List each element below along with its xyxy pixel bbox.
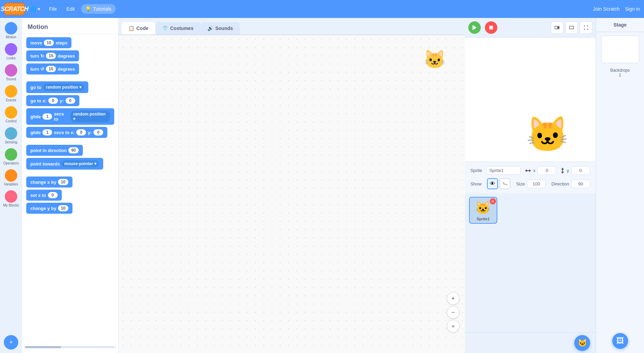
goto-xy-block[interactable]: go to x: 0 y: 0: [26, 95, 79, 106]
sidebar-item-motion[interactable]: Motion: [1, 21, 21, 40]
tab-costumes[interactable]: 👕 Costumes: [155, 22, 201, 34]
canvas-controls: + − ≡: [447, 292, 459, 332]
sidebar-item-operators[interactable]: Operators: [1, 147, 21, 167]
code-tab-icon: 📋: [128, 26, 134, 31]
add-sprite-button[interactable]: 🐱: [574, 335, 590, 351]
y-coord-input[interactable]: [571, 166, 590, 175]
lightbulb-icon: 💡: [85, 6, 91, 12]
sidebar-item-sensing[interactable]: Sensing: [1, 126, 21, 145]
events-circle: [5, 85, 17, 98]
zoom-in-button[interactable]: +: [447, 292, 459, 305]
green-flag-button[interactable]: [468, 21, 481, 34]
edit-menu[interactable]: Edit: [63, 5, 78, 13]
show-visible-button[interactable]: 👁: [487, 178, 498, 189]
sidebar-item-sound[interactable]: Sound: [1, 63, 21, 82]
point-towards-block[interactable]: point towards mouse-pointer ▾: [26, 158, 103, 170]
category-sidebar: Motion Looks Sound Events Control Sensin…: [0, 18, 22, 353]
scratch-logo[interactable]: SCRATCH: [4, 3, 25, 15]
sprite-label: Sprite: [470, 168, 482, 173]
change-x-block[interactable]: change x by 10: [26, 176, 72, 188]
stage-backdrop-preview: [601, 36, 639, 63]
show-toggle: 👁: [487, 178, 510, 189]
operators-circle: [5, 148, 17, 161]
set-x-block[interactable]: set x to 0: [26, 190, 62, 201]
control-circle: [5, 106, 17, 119]
sprite-thumbnail-sprite1[interactable]: ✕ 🐱 Sprite1: [469, 197, 497, 224]
events-label: Events: [6, 98, 17, 102]
tab-code[interactable]: 📋 Code: [121, 22, 155, 34]
stage-sprite-cat: 🐱: [526, 114, 569, 155]
sounds-tab-icon: 🔊: [207, 26, 213, 31]
sprite-thumb-name: Sprite1: [472, 217, 495, 221]
svg-rect-3: [557, 27, 559, 28]
stage-canvas: 🐱: [465, 38, 596, 162]
looks-circle: [5, 43, 17, 56]
add-extension-button[interactable]: +: [4, 335, 18, 350]
looks-label: Looks: [7, 56, 16, 60]
stage-top-controls: [465, 18, 596, 38]
size-section: Size: [516, 180, 546, 188]
stage-right-panel: Stage Backdrops 1 🖼: [596, 18, 644, 353]
x-label: x: [533, 168, 536, 173]
direction-label: Direction: [552, 181, 569, 186]
fullscreen-button[interactable]: [580, 21, 592, 34]
turn-ccw-block[interactable]: turn ↺ 15 degrees: [26, 63, 79, 74]
top-navbar: SCRATCH 🌐 ▾ File Edit 💡 Tutorials Join S…: [0, 0, 644, 18]
sprite-delete-button[interactable]: ✕: [490, 198, 496, 204]
myblocks-circle: [5, 190, 17, 203]
sprite-info-panel: Sprite x y Show 👁: [465, 162, 596, 193]
x-coord-input[interactable]: [537, 166, 556, 175]
motion-circle: [5, 22, 17, 34]
add-backdrop-button[interactable]: 🖼: [612, 333, 628, 349]
normal-stage-button[interactable]: [565, 21, 578, 34]
globe-chevron: ▾: [38, 6, 40, 12]
backdrops-label: Backdrops 1: [596, 67, 644, 79]
small-stage-button[interactable]: [551, 21, 563, 34]
sign-in-link[interactable]: Sign in: [625, 6, 640, 12]
change-y-block[interactable]: change y by 10: [26, 203, 72, 214]
sidebar-item-events[interactable]: Events: [1, 84, 21, 103]
sprite-list-area: ✕ 🐱 Sprite1: [465, 193, 596, 332]
sensing-circle: [5, 127, 17, 140]
canvas-sprite-cat: 🐱: [423, 49, 446, 70]
file-menu[interactable]: File: [46, 5, 60, 13]
sidebar-item-variables[interactable]: Variables: [1, 168, 21, 188]
code-canvas[interactable]: 🐱 + − ≡: [119, 35, 465, 353]
join-scratch-link[interactable]: Join Scratch: [593, 6, 619, 12]
sidebar-item-looks[interactable]: Looks: [1, 42, 21, 61]
stage-title: Stage: [596, 18, 644, 32]
direction-input[interactable]: [571, 180, 590, 188]
y-label: y: [567, 168, 569, 173]
turn-cw-block[interactable]: turn ↻ 15 degrees: [26, 50, 79, 61]
language-button[interactable]: 🌐 ▾: [28, 5, 43, 13]
zoom-out-button[interactable]: −: [447, 306, 459, 319]
zoom-reset-button[interactable]: ≡: [447, 320, 459, 332]
svg-marker-0: [472, 25, 477, 30]
tab-sounds[interactable]: 🔊 Sounds: [201, 22, 240, 34]
globe-icon: 🌐: [30, 6, 36, 12]
variables-circle: [5, 169, 17, 182]
sound-circle: [5, 64, 17, 77]
blocks-panel-title: Motion: [22, 18, 118, 34]
sidebar-item-myblocks[interactable]: My Blocks: [1, 189, 21, 209]
nav-right: Join Scratch Sign in: [593, 6, 640, 12]
glide-xy-block[interactable]: glide 1 secs to x: 0 y: 0: [26, 127, 107, 138]
stop-button[interactable]: [485, 21, 497, 34]
goto-block[interactable]: go to random position ▾: [26, 81, 88, 93]
glide-to-block[interactable]: glide 1 secs to random position ▾: [26, 108, 114, 125]
size-input[interactable]: [527, 180, 546, 188]
code-area: 📋 Code 👕 Costumes 🔊 Sounds 🐱 + − ≡: [119, 18, 465, 353]
show-hidden-button[interactable]: [499, 178, 510, 189]
stage-area: 🐱 Sprite x y: [465, 18, 596, 353]
move-block[interactable]: move 10 steps: [26, 37, 71, 48]
variables-label: Variables: [4, 182, 18, 186]
sidebar-item-control[interactable]: Control: [1, 105, 21, 124]
sprite-name-input[interactable]: [486, 166, 521, 175]
point-direction-block[interactable]: point in direction 90: [26, 145, 83, 156]
main-layout: Motion Looks Sound Events Control Sensin…: [0, 18, 644, 353]
myblocks-label: My Blocks: [3, 203, 19, 207]
operators-label: Operators: [3, 161, 19, 165]
right-section: 🐱 Sprite x y: [465, 18, 644, 353]
svg-rect-4: [569, 26, 574, 29]
tutorials-button[interactable]: 💡 Tutorials: [81, 4, 116, 14]
